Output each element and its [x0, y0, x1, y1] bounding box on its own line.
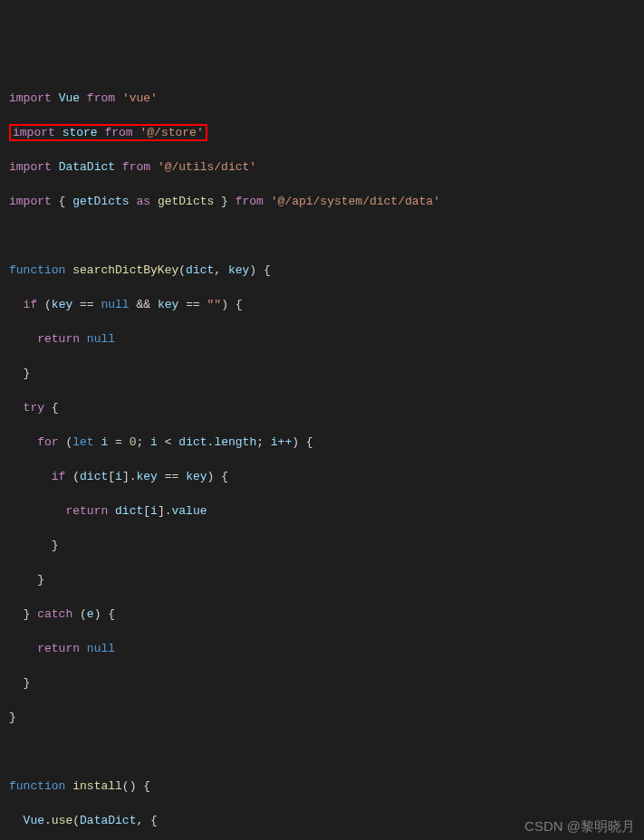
code-line: return null — [9, 640, 644, 657]
code-line: } catch (e) { — [9, 606, 644, 623]
code-line: import { getDicts as getDicts } from '@/… — [9, 193, 644, 210]
code-line: return dict[i].value — [9, 502, 644, 520]
code-line: for (let i = 0; i < dict.length; i++) { — [9, 434, 644, 451]
code-line: import DataDict from '@/utils/dict' — [9, 158, 644, 176]
code-line: } — [9, 571, 644, 588]
code-line: function searchDictByKey(dict, key) { — [9, 262, 644, 279]
code-line: } — [9, 674, 644, 692]
code-line: if (dict[i].key == key) { — [9, 468, 644, 485]
code-line: try { — [9, 399, 644, 416]
watermark: CSDN @黎明晓月 — [524, 817, 635, 835]
code-line — [9, 743, 644, 760]
code-line — [9, 227, 644, 244]
code-line: import store from '@/store' — [9, 124, 644, 141]
code-line: function install() { — [9, 778, 644, 795]
code-line: return null — [9, 330, 644, 348]
code-line: if (key == null && key == "") { — [9, 296, 644, 313]
code-line: } — [9, 365, 644, 382]
code-line: } — [9, 709, 644, 726]
highlight-box: import store from '@/store' — [9, 124, 207, 141]
code-line: } — [9, 537, 644, 554]
code-line: import Vue from 'vue' — [9, 90, 644, 107]
code-editor[interactable]: import Vue from 'vue' import store from … — [9, 72, 644, 840]
